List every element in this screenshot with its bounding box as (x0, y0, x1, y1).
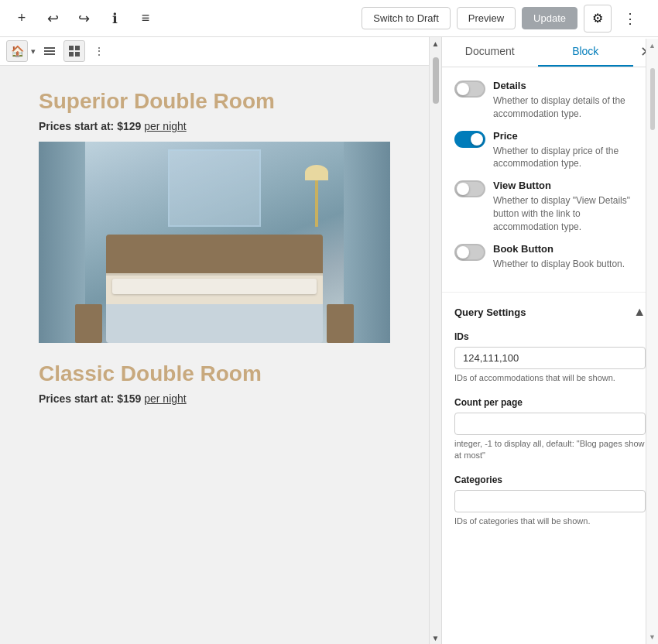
count-per-page-field-group: Count per page integer, -1 to display al… (454, 397, 646, 462)
svg-rect-1 (44, 50, 55, 52)
categories-description: IDs of categories that will be shown. (454, 516, 646, 527)
view-button-toggle-info: View Button Whether to display "View Det… (493, 180, 646, 233)
room-1-price: Prices start at: $129 per night (39, 120, 390, 132)
toolbar-left: + ↩ ↪ ℹ ≡ (9, 6, 158, 31)
ids-field-group: IDs IDs of accommodations that will be s… (454, 331, 646, 384)
more-options-icon[interactable]: ⋮ (618, 6, 643, 31)
details-label: Details (493, 80, 646, 91)
info-icon[interactable]: ℹ (102, 6, 127, 31)
switch-to-draft-button[interactable]: Switch to Draft (362, 7, 451, 29)
book-button-toggle-info: Book Button Whether to display Book butt… (493, 243, 646, 271)
undo-icon[interactable]: ↩ (40, 6, 65, 31)
scroll-down-arrow[interactable]: ▼ (430, 632, 442, 644)
settings-button[interactable]: ⚙ (584, 5, 612, 33)
home-block-icon[interactable]: 🏠 (6, 40, 28, 62)
home-dropdown-icon[interactable]: ▾ (31, 46, 36, 57)
query-settings-title: Query Settings (454, 307, 526, 318)
price-toggle[interactable] (454, 131, 485, 148)
book-button-toggle[interactable] (454, 244, 485, 261)
svg-rect-4 (75, 46, 80, 50)
room-1-title: Superior Double Room (39, 89, 390, 114)
book-button-label: Book Button (493, 243, 646, 255)
details-toggle-knob (457, 83, 469, 95)
price-toggle-info: Price Whether to display price of the ac… (493, 130, 646, 171)
sidebar: Document Block ✕ Details Whether to disp… (441, 37, 658, 644)
svg-rect-3 (69, 46, 74, 50)
redo-icon[interactable]: ↪ (71, 6, 96, 31)
list-view-icon[interactable] (39, 40, 60, 62)
lamp-shade (305, 165, 328, 180)
menu-icon[interactable]: ≡ (133, 6, 158, 31)
details-toggle-row: Details Whether to display details of th… (454, 80, 646, 121)
scroll-thumb[interactable] (433, 57, 439, 104)
ids-input[interactable] (454, 347, 646, 369)
nightstand-left (75, 304, 102, 343)
add-icon[interactable]: + (9, 6, 34, 31)
room-2-price: Prices start at: $159 per night (39, 392, 390, 405)
top-toolbar: + ↩ ↪ ℹ ≡ Switch to Draft Preview Update… (0, 0, 658, 37)
toolbar-center: Switch to Draft Preview Update ⚙ ⋮ (158, 5, 649, 33)
room-1-image (39, 142, 390, 343)
view-button-label: View Button (493, 180, 646, 191)
view-button-toggle-row: View Button Whether to display "View Det… (454, 180, 646, 233)
nightstand-right (327, 304, 354, 343)
window-light (168, 149, 261, 227)
preview-button[interactable]: Preview (457, 7, 516, 29)
bed-container (106, 235, 323, 343)
bed-mattress (106, 273, 323, 304)
price-label: Price (493, 130, 646, 142)
categories-field-group: Categories IDs of categories that will b… (454, 474, 646, 527)
svg-rect-6 (75, 52, 80, 57)
query-settings-collapse-icon: ▲ (633, 305, 646, 319)
update-button[interactable]: Update (522, 7, 577, 29)
view-button-desc: Whether to display "View Details" button… (493, 194, 646, 233)
sidebar-scroll-track (646, 53, 658, 630)
categories-label: Categories (454, 474, 646, 485)
grid-view-icon[interactable] (63, 40, 85, 62)
book-button-toggle-row: Book Button Whether to display Book butt… (454, 243, 646, 271)
lamp (305, 165, 328, 227)
toggles-section: Details Whether to display details of th… (442, 67, 658, 293)
price-desc: Whether to display price of the accommod… (493, 145, 646, 171)
view-button-toggle-knob (457, 183, 469, 195)
svg-rect-5 (69, 52, 74, 57)
more-block-options-icon[interactable]: ⋮ (88, 40, 110, 62)
price-toggle-row: Price Whether to display price of the ac… (454, 130, 646, 171)
sidebar-scroll-down[interactable]: ▼ (649, 630, 656, 644)
editor-content: Superior Double Room Prices start at: $1… (0, 66, 429, 644)
count-per-page-input[interactable] (454, 413, 646, 435)
room-2-title: Classic Double Room (39, 361, 390, 386)
count-per-page-description: integer, -1 to display all, default: "Bl… (454, 438, 646, 462)
sidebar-header: Document Block ✕ (442, 37, 658, 67)
scroll-track (430, 50, 441, 632)
tab-document[interactable]: Document (442, 37, 538, 67)
tab-block[interactable]: Block (538, 37, 634, 67)
ids-description: IDs of accommodations that will be shown… (454, 372, 646, 384)
main-area: 🏠 ▾ ⋮ Superior Double Room Prices start … (0, 37, 658, 644)
price-toggle-knob (471, 133, 483, 146)
block-toolbar: 🏠 ▾ ⋮ (0, 37, 429, 66)
content-with-scroll: 🏠 ▾ ⋮ Superior Double Room Prices start … (0, 37, 441, 644)
svg-rect-2 (44, 53, 55, 55)
details-toggle[interactable] (454, 80, 485, 98)
sidebar-scroll-thumb[interactable] (650, 68, 655, 130)
book-button-desc: Whether to display Book button. (493, 258, 646, 271)
query-settings-header[interactable]: Query Settings ▲ (454, 305, 646, 319)
sidebar-scroll-up[interactable]: ▲ (649, 39, 656, 53)
bed-pillow (112, 279, 317, 294)
view-button-toggle[interactable] (454, 180, 485, 197)
content-scrollbar: ▲ ▼ (429, 37, 441, 644)
sidebar-scrollbar: ▲ ▼ (646, 39, 658, 644)
room-card-1: Superior Double Room Prices start at: $1… (39, 89, 390, 343)
bed-cover (106, 304, 323, 343)
room-card-2: Classic Double Room Prices start at: $15… (39, 361, 390, 405)
details-desc: Whether to display details of the accomm… (493, 94, 646, 121)
categories-input[interactable] (454, 490, 646, 512)
book-button-toggle-knob (457, 246, 469, 259)
svg-rect-0 (44, 47, 55, 49)
bed-headboard (106, 235, 323, 273)
lamp-base (315, 180, 318, 227)
scroll-up-arrow[interactable]: ▲ (430, 37, 442, 50)
count-per-page-label: Count per page (454, 397, 646, 408)
query-settings-section: Query Settings ▲ IDs IDs of accommodatio… (442, 293, 658, 552)
